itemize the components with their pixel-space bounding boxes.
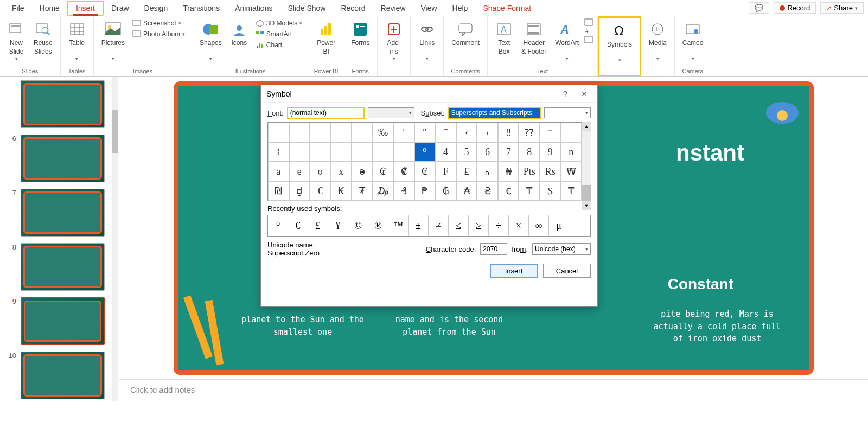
symbol-cell[interactable]: ₩ xyxy=(560,162,582,181)
symbol-cell[interactable]: ‼ xyxy=(498,123,519,142)
symbol-cell[interactable]: ₱ xyxy=(414,181,436,201)
symbol-cell[interactable] xyxy=(393,142,414,162)
symbol-cell[interactable]: ⁞ xyxy=(268,142,289,162)
chart-button[interactable]: Chart xyxy=(253,40,304,50)
dialog-help-button[interactable]: ? xyxy=(557,90,573,98)
symbol-cell[interactable]: ₡ xyxy=(393,162,414,181)
font-select[interactable]: (normal text) xyxy=(287,107,365,119)
thumbnail-scrollbar[interactable] xyxy=(112,77,118,401)
screenshot-button[interactable]: Screenshot▾ xyxy=(130,18,187,28)
recent-symbol-cell[interactable]: ≤ xyxy=(449,215,469,236)
recent-symbol-cell[interactable]: ≥ xyxy=(469,215,489,236)
symbol-cell[interactable] xyxy=(310,123,331,142)
symbol-cell[interactable]: ₴ xyxy=(477,181,498,201)
symbol-cell[interactable]: Pts xyxy=(519,162,540,181)
symbol-cell[interactable]: ⁰ xyxy=(414,142,436,162)
subset-dropdown-arrow[interactable]: ▾ xyxy=(544,107,591,118)
symbol-cell[interactable]: ₢ xyxy=(373,162,394,181)
symbol-cell[interactable]: ₵ xyxy=(498,181,519,201)
symbol-cell[interactable]: ₫ xyxy=(289,181,310,201)
text-box-button[interactable]: A Text Box xyxy=(492,18,516,58)
symbol-cell[interactable]: › xyxy=(477,123,498,142)
recent-symbol-cell[interactable]: ® xyxy=(368,215,388,236)
reuse-slides-button[interactable]: Reuse Slides xyxy=(30,18,56,58)
cancel-button[interactable]: Cancel xyxy=(543,264,591,278)
symbol-cell[interactable]: 5 xyxy=(456,142,477,162)
char-code-input[interactable] xyxy=(480,243,507,255)
symbol-cell[interactable]: ₲ xyxy=(435,181,456,201)
symbol-cell[interactable]: ‴ xyxy=(435,123,456,142)
shapes-button[interactable]: Shapes▾ xyxy=(196,18,225,65)
tab-view[interactable]: View xyxy=(413,2,445,15)
insert-button[interactable]: Insert xyxy=(490,264,538,278)
new-slide-button[interactable]: New Slide▾ xyxy=(4,18,28,65)
symbol-cell[interactable] xyxy=(268,123,289,142)
cameo-button[interactable]: Cameo▾ xyxy=(679,18,707,65)
font-dropdown-arrow[interactable]: ▾ xyxy=(368,107,414,118)
symbol-cell[interactable]: ₼ xyxy=(477,162,498,181)
forms-button[interactable]: Forms xyxy=(348,18,373,50)
symbol-cell[interactable]: ₦ xyxy=(498,162,519,181)
recent-symbol-cell[interactable]: © xyxy=(348,215,368,236)
from-select[interactable]: Unicode (hex)▾ xyxy=(532,243,591,255)
tab-animations[interactable]: Animations xyxy=(227,2,280,15)
symbol-grid-scrollbar[interactable]: ▲ ▼ xyxy=(582,122,591,201)
icons-button[interactable]: Icons xyxy=(227,18,251,50)
dialog-close-button[interactable]: ✕ xyxy=(573,90,595,98)
symbol-cell[interactable]: ₤ xyxy=(456,162,477,181)
symbol-cell[interactable]: € xyxy=(310,181,331,201)
tab-file[interactable]: File xyxy=(4,2,32,15)
symbol-cell[interactable]: ₯ xyxy=(373,181,394,201)
symbol-cell[interactable]: 6 xyxy=(477,142,498,162)
share-button[interactable]: ↗Share▾ xyxy=(820,2,864,14)
symbol-cell[interactable]: ₰ xyxy=(393,181,414,201)
powerbi-button[interactable]: Power BI xyxy=(314,18,339,58)
links-button[interactable]: Links▾ xyxy=(415,18,439,65)
recent-symbol-cell[interactable]: ∞ xyxy=(529,215,549,236)
smartart-button[interactable]: SmartArt xyxy=(253,29,304,39)
symbol-cell[interactable] xyxy=(373,142,394,162)
tab-design[interactable]: Design xyxy=(137,2,176,15)
symbol-cell[interactable] xyxy=(331,142,352,162)
addins-button[interactable]: Add- ins▾ xyxy=(382,18,406,65)
wordart-button[interactable]: A WordArt▾ xyxy=(552,18,582,65)
symbol-cell[interactable]: ə xyxy=(352,162,373,181)
symbol-cell[interactable]: ₸ xyxy=(519,181,540,201)
tab-home[interactable]: Home xyxy=(32,2,67,15)
symbol-cell[interactable]: e xyxy=(289,162,310,181)
recent-symbol-cell[interactable]: ™ xyxy=(388,215,409,236)
symbol-cell[interactable]: 4 xyxy=(435,142,456,162)
symbol-cell[interactable]: ‰ xyxy=(373,123,394,142)
symbol-cell[interactable] xyxy=(289,142,310,162)
tab-slide-show[interactable]: Slide Show xyxy=(280,2,333,15)
recent-symbol-cell[interactable]: ¥ xyxy=(328,215,348,236)
tab-record[interactable]: Record xyxy=(333,2,373,15)
symbol-cell[interactable]: ⁻ xyxy=(540,123,561,142)
comment-button[interactable]: Comment xyxy=(448,18,483,50)
symbol-cell[interactable] xyxy=(560,123,582,142)
symbol-cell[interactable]: ′ xyxy=(393,123,414,142)
recent-symbol-cell[interactable]: € xyxy=(288,215,308,236)
slide-thumb-7[interactable] xyxy=(21,189,105,237)
symbol-cell[interactable]: ₣ xyxy=(435,162,456,181)
symbol-cell[interactable]: Rs xyxy=(540,162,561,181)
symbol-cell[interactable] xyxy=(352,123,373,142)
slide-thumb-intro[interactable] xyxy=(21,80,105,128)
symbol-cell[interactable]: ⁇ xyxy=(519,123,540,142)
tab-transitions[interactable]: Transitions xyxy=(175,2,227,15)
tab-help[interactable]: Help xyxy=(445,2,476,15)
recent-symbol-cell[interactable]: ⁰ xyxy=(268,215,288,236)
recent-symbol-cell[interactable]: ≠ xyxy=(429,215,449,236)
symbol-cell[interactable]: ″ xyxy=(414,123,436,142)
symbol-cell[interactable] xyxy=(331,123,352,142)
slide-thumb-8[interactable] xyxy=(21,243,105,291)
symbol-cell[interactable]: ₷ xyxy=(540,181,561,201)
recent-symbol-cell[interactable]: μ xyxy=(549,215,569,236)
symbol-cell[interactable] xyxy=(289,123,310,142)
symbol-cell[interactable]: ₳ xyxy=(456,181,477,201)
symbol-cell[interactable]: o xyxy=(310,162,331,181)
slide-thumb-10[interactable] xyxy=(21,352,105,399)
table-button[interactable]: Table▾ xyxy=(65,18,89,65)
recent-symbol-cell[interactable]: ÷ xyxy=(489,215,509,236)
symbol-cell[interactable]: ‹ xyxy=(456,123,477,142)
